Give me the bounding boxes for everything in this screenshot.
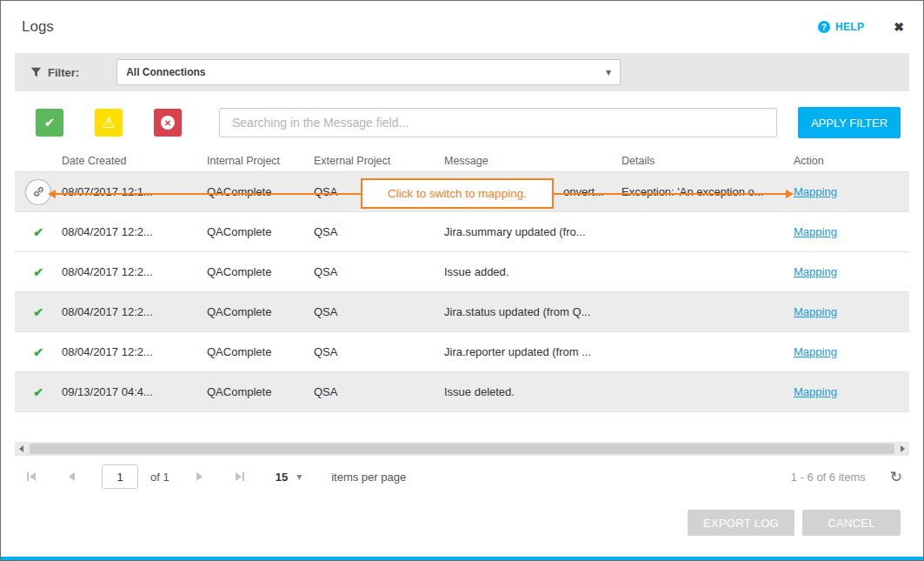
next-page-button[interactable] — [190, 467, 209, 486]
help-label: HELP — [835, 21, 864, 33]
mapping-link[interactable]: Mapping — [794, 225, 837, 238]
success-status-icon: ✔ — [33, 345, 43, 359]
cell-internal-project: QAComplete — [207, 265, 314, 278]
cell-date: 08/04/2017 12:2... — [62, 305, 207, 318]
items-range-label: 1 - 6 of 6 items — [791, 471, 866, 484]
export-log-button[interactable]: EXPORT LOG — [688, 510, 794, 536]
cell-date: 08/07/2017 12:1... — [62, 185, 207, 198]
page-title: Logs — [22, 18, 54, 36]
cell-message: Jira.status updated (from Q... — [444, 305, 622, 318]
row-status-cell: ✔ — [15, 345, 62, 359]
cell-internal-project: QAComplete — [207, 225, 314, 238]
column-header-action[interactable]: Action — [794, 155, 909, 167]
items-per-page-label: items per page — [331, 471, 406, 484]
success-status-icon: ✔ — [33, 265, 43, 279]
pager-right: 1 - 6 of 6 items ↻ — [791, 468, 902, 486]
table-row[interactable]: ✔ 08/04/2017 12:2... QAComplete QSA Jira… — [15, 332, 909, 372]
search-input[interactable] — [219, 108, 777, 137]
refresh-icon[interactable]: ↻ — [890, 468, 902, 486]
bottom-accent-strip — [1, 557, 923, 560]
toolbar: ✔ ⚠ ✕ APPLY FILTER — [1, 107, 923, 138]
mapping-link[interactable]: Mapping — [794, 265, 837, 278]
pager: of 1 15 ▾ items per page 1 - 6 of 6 item… — [1, 456, 923, 498]
row-status-cell: ✔ — [15, 225, 62, 239]
column-header-external-project[interactable]: External Project — [314, 155, 444, 167]
cell-action: Mapping — [794, 265, 909, 278]
filter-warning-button[interactable]: ⚠ — [95, 109, 123, 137]
footer: EXPORT LOG CANCEL — [1, 510, 923, 536]
cell-internal-project: QAComplete — [207, 345, 314, 358]
filter-label: Filter: — [48, 66, 79, 79]
table-empty-area — [15, 412, 909, 442]
annotation-arrow-left-icon — [48, 190, 56, 198]
cancel-button[interactable]: CANCEL — [802, 510, 901, 536]
page-size-dropdown[interactable]: 15 ▾ — [276, 471, 302, 484]
last-page-button[interactable] — [230, 467, 249, 486]
help-icon: ? — [818, 21, 830, 33]
cell-external-project: QSA — [314, 225, 444, 238]
cell-external-project: QSA — [314, 265, 444, 278]
filter-funnel-icon — [30, 67, 42, 78]
cell-internal-project: QAComplete — [207, 305, 314, 318]
annotation-arrow-right-line — [554, 193, 786, 195]
scroll-right-arrow-icon[interactable] — [901, 445, 905, 452]
filter-bar: Filter: All Connections ▾ — [15, 53, 909, 91]
cell-external-project: QSA — [314, 385, 444, 398]
table-row[interactable]: ✔ 09/13/2017 04:4... QAComplete QSA Issu… — [15, 372, 909, 412]
chevron-down-icon: ▾ — [606, 66, 611, 78]
annotation-callout: Click to switch to mapping. — [361, 178, 554, 209]
cell-date: 08/04/2017 12:2... — [62, 265, 207, 278]
column-header-message[interactable]: Message — [444, 155, 622, 167]
table-header: Date CreatedInternal ProjectExternal Pro… — [15, 150, 909, 172]
row-status-cell: ✔ — [15, 305, 62, 319]
cell-internal-project: QAComplete — [207, 385, 314, 398]
filter-success-button[interactable]: ✔ — [36, 109, 63, 137]
success-status-icon: ✔ — [33, 385, 43, 399]
cell-action: Mapping — [794, 185, 909, 198]
cell-external-project: QSA — [314, 305, 444, 318]
table-row[interactable]: ✔ 08/04/2017 12:2... QAComplete QSA Jira… — [15, 212, 909, 252]
connections-dropdown[interactable]: All Connections ▾ — [116, 59, 621, 85]
annotation-arrow-right-icon — [786, 190, 794, 198]
cell-action: Mapping — [794, 385, 909, 398]
warning-icon: ⚠ — [102, 114, 115, 132]
cell-date: 08/04/2017 12:2... — [62, 345, 207, 358]
mapping-link[interactable]: Mapping — [794, 305, 837, 318]
cell-action: Mapping — [794, 305, 909, 318]
title-bar: Logs ? HELP ✖ — [1, 1, 923, 53]
column-header-internal-project[interactable]: Internal Project — [207, 155, 314, 167]
connections-dropdown-value: All Connections — [126, 66, 205, 78]
titlebar-actions: ? HELP ✖ — [818, 20, 904, 34]
help-link[interactable]: ? HELP — [818, 21, 864, 33]
mapping-link[interactable]: Mapping — [794, 385, 837, 398]
row-status-cell: ✔ — [15, 265, 62, 279]
column-header-date-created[interactable]: Date Created — [62, 155, 207, 167]
error-icon: ✕ — [161, 116, 175, 130]
annotation-arrow-left-line — [56, 193, 361, 195]
previous-page-button[interactable] — [62, 467, 81, 486]
check-icon: ✔ — [44, 115, 56, 130]
row-status-cell: ✔ — [15, 385, 62, 399]
page-number-input[interactable] — [102, 464, 138, 489]
table-row[interactable]: ✔ 08/04/2017 12:2... QAComplete QSA Issu… — [15, 252, 909, 292]
filter-error-button[interactable]: ✕ — [154, 109, 182, 137]
horizontal-scrollbar[interactable] — [15, 442, 909, 456]
page-of-label: of 1 — [150, 471, 170, 484]
cell-message: Issue deleted. — [444, 385, 622, 398]
close-icon[interactable]: ✖ — [894, 20, 904, 34]
scroll-left-arrow-icon[interactable] — [19, 445, 23, 452]
success-status-icon: ✔ — [33, 305, 43, 319]
success-status-icon: ✔ — [33, 225, 43, 239]
apply-filter-button[interactable]: APPLY FILTER — [798, 107, 901, 138]
cell-date: 09/13/2017 04:4... — [62, 385, 207, 398]
cell-action: Mapping — [794, 345, 909, 358]
cell-message: Issue added. — [444, 265, 622, 278]
mapping-link[interactable]: Mapping — [794, 185, 837, 198]
column-header-details[interactable]: Details — [622, 155, 794, 167]
cell-message: Jira.reporter updated (from ... — [444, 345, 622, 358]
mapping-link[interactable]: Mapping — [794, 345, 837, 358]
table-row[interactable]: ✔ 08/04/2017 12:2... QAComplete QSA Jira… — [15, 292, 909, 332]
scrollbar-thumb[interactable] — [30, 444, 894, 454]
page-size-chevron-down-icon: ▾ — [296, 471, 302, 483]
first-page-button[interactable] — [22, 467, 41, 486]
